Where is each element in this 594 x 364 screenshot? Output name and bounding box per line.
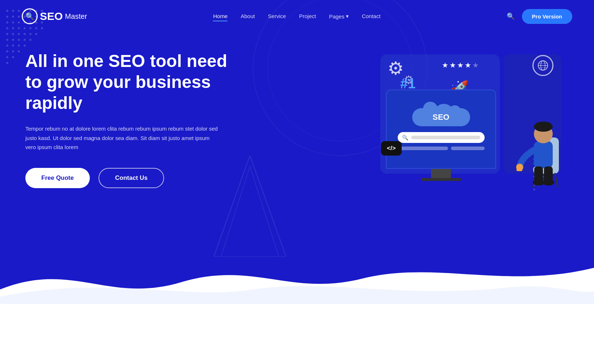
svg-rect-68	[516, 165, 522, 171]
svg-point-66	[543, 179, 554, 186]
hero-left: All in one SEO tool need to grow your bu…	[25, 51, 243, 188]
logo-master-text: Master	[65, 12, 87, 21]
section-below	[0, 304, 594, 340]
monitor-seo-area: SEO	[412, 108, 470, 128]
monitor-input-bars	[398, 147, 485, 150]
logo[interactable]: 🔍 SEO Master	[22, 8, 87, 24]
navbar: 🔍 SEO Master Home About Service Project …	[0, 0, 594, 33]
logo-seo-text: SEO	[40, 10, 63, 22]
monitor-stand	[431, 169, 451, 178]
bar-2	[451, 147, 485, 150]
svg-line-59	[555, 173, 558, 187]
svg-point-62	[534, 122, 553, 132]
person-illustration	[503, 94, 561, 188]
hero-subtitle: Tempor rebum no at dolore lorem clita re…	[25, 124, 221, 152]
monitor-screen: SEO 🔍	[386, 89, 496, 169]
search-icon[interactable]: 🔍	[507, 12, 515, 20]
hero-buttons: Free Quote Contact Us	[25, 168, 243, 188]
seo-label: SEO	[432, 113, 449, 122]
monitor-base	[421, 178, 461, 181]
star-3: ★	[457, 61, 464, 69]
nav-right: 🔍 Pro Version	[507, 9, 572, 24]
nav-project[interactable]: Project	[299, 13, 316, 19]
nav-service[interactable]: Service	[268, 13, 286, 19]
nav-home[interactable]: Home	[213, 13, 227, 21]
hero-illustration: ⚙ ⚙ ★ ★ ★ ★ ★ #1 🚀	[380, 47, 569, 192]
logo-icon: 🔍	[22, 8, 38, 24]
star-4: ★	[465, 61, 471, 69]
svg-point-102	[534, 189, 535, 191]
star-1: ★	[442, 61, 448, 69]
nav-contact[interactable]: Contact	[362, 13, 381, 19]
pro-version-button[interactable]: Pro Version	[522, 9, 572, 24]
star-rating: ★ ★ ★ ★ ★	[442, 61, 479, 69]
svg-rect-60	[534, 141, 553, 168]
code-badge: </>	[381, 141, 402, 156]
wave-decoration	[0, 232, 594, 304]
hero-title: All in one SEO tool need to grow your bu…	[25, 51, 243, 113]
star-2: ★	[449, 61, 456, 69]
star-5: ★	[472, 61, 479, 69]
globe-icon	[532, 55, 553, 76]
monitor: SEO 🔍	[386, 89, 496, 181]
cloud-shape: SEO	[412, 108, 470, 126]
chevron-down-icon: ▾	[346, 13, 349, 20]
search-bar-icon: 🔍	[402, 135, 408, 140]
nav-about[interactable]: About	[240, 13, 255, 19]
bar-1	[398, 147, 448, 150]
contact-us-button[interactable]: Contact Us	[99, 168, 164, 188]
search-bar: 🔍	[398, 132, 485, 143]
nav-pages-dropdown[interactable]: Pages ▾	[329, 13, 349, 20]
search-bar-fill	[411, 136, 480, 139]
free-quote-button[interactable]: Free Quote	[25, 168, 90, 188]
nav-links: Home About Service Project Pages ▾ Conta…	[213, 13, 380, 20]
